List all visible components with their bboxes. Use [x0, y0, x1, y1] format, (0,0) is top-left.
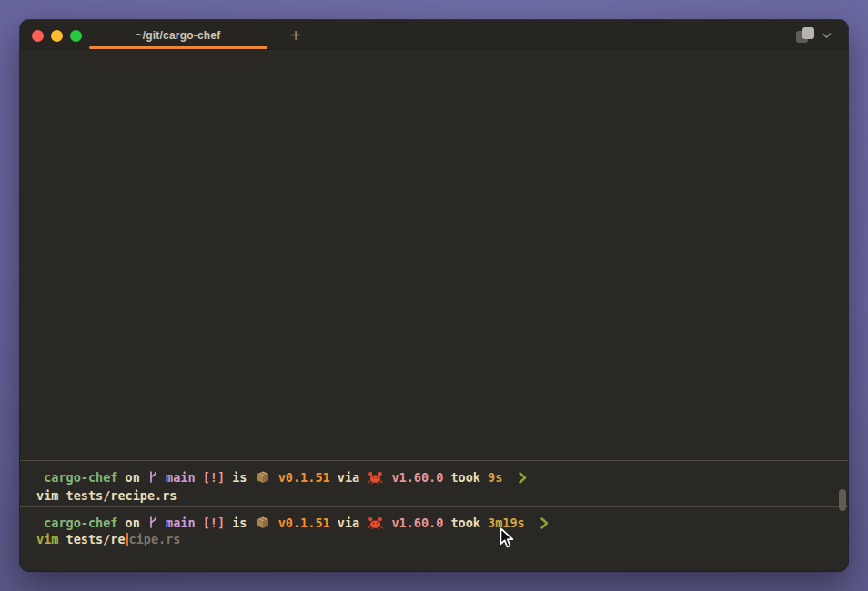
prompt-segment: main: [158, 470, 196, 485]
prompt-segment: v0.1.51: [271, 516, 330, 530]
package-icon: [256, 516, 270, 529]
prompt-arrow-icon: [519, 472, 527, 484]
terminal-window: ~/git/cargo-chef + cargo-chef on main [!…: [20, 20, 848, 571]
mouse-cursor: [499, 527, 515, 549]
prompt-segment: main: [158, 516, 196, 530]
prompt-segment: cargo-chef: [44, 516, 117, 530]
chevron-down-icon[interactable]: [822, 32, 832, 39]
prompt-segment: on: [117, 470, 147, 485]
tab-bar: ~/git/cargo-chef +: [20, 20, 848, 50]
prompt-segment: took: [443, 516, 488, 530]
prompt-segment: is: [225, 516, 255, 530]
prompt-segment: [!]: [196, 516, 226, 530]
scrollbar-thumb[interactable]: [839, 489, 846, 511]
prompt-segment: [36, 516, 44, 530]
command-line: vim tests/recipe.rs: [20, 487, 848, 505]
command-input-line: vim tests/recipe.rs: [20, 531, 848, 548]
prompt-segment: is: [225, 470, 255, 485]
terminal-viewport[interactable]: cargo-chef on main [!] is v0.1.51 via v1…: [20, 51, 848, 571]
prompt-segment: v0.1.51: [271, 470, 330, 485]
prompt-segment: vim: [36, 532, 58, 546]
git-branch-icon: [148, 516, 157, 529]
crab-icon: [368, 516, 383, 529]
package-icon: [256, 470, 270, 484]
prompt-segment: took: [443, 470, 488, 485]
prompt-line: cargo-chef on main [!] is v0.1.51 via v1…: [20, 515, 848, 532]
prompt-segment: v1.60.0: [384, 470, 443, 485]
git-branch-icon: [148, 470, 157, 484]
zoom-button[interactable]: [70, 30, 82, 42]
tab-title: ~/git/cargo-chef: [136, 29, 221, 42]
prompt-segment: [502, 470, 517, 485]
command-divider: [20, 506, 848, 507]
prompt-segment: cargo-chef: [44, 470, 117, 485]
prompt-arrow-icon: [540, 517, 549, 529]
command-divider: [20, 460, 848, 461]
crab-icon: [368, 471, 383, 484]
prompt-segment: via: [330, 470, 368, 485]
tab-cargo-chef[interactable]: ~/git/cargo-chef: [89, 20, 267, 50]
prompt-segment: vim tests/recipe.rs: [36, 488, 177, 503]
prompt-segment: via: [330, 516, 368, 530]
prompt-segment: on: [117, 516, 147, 530]
prompt-segment: v1.60.0: [384, 516, 443, 530]
prompt-line: cargo-chef on main [!] is v0.1.51 via v1…: [20, 469, 848, 486]
text-cursor: [126, 533, 128, 546]
profile-panes-icon[interactable]: [796, 27, 816, 43]
minimize-button[interactable]: [51, 30, 63, 42]
new-tab-button[interactable]: +: [280, 20, 311, 50]
prompt-segment: [36, 470, 44, 485]
close-button[interactable]: [32, 30, 44, 42]
active-tab-indicator: [89, 46, 267, 49]
prompt-segment: [525, 516, 540, 530]
prompt-segment: [!]: [196, 470, 226, 485]
traffic-lights: [32, 30, 82, 42]
prompt-segment: tests/re: [58, 532, 125, 546]
prompt-segment: cipe.rs: [129, 532, 181, 546]
prompt-segment: 9s: [488, 470, 502, 485]
